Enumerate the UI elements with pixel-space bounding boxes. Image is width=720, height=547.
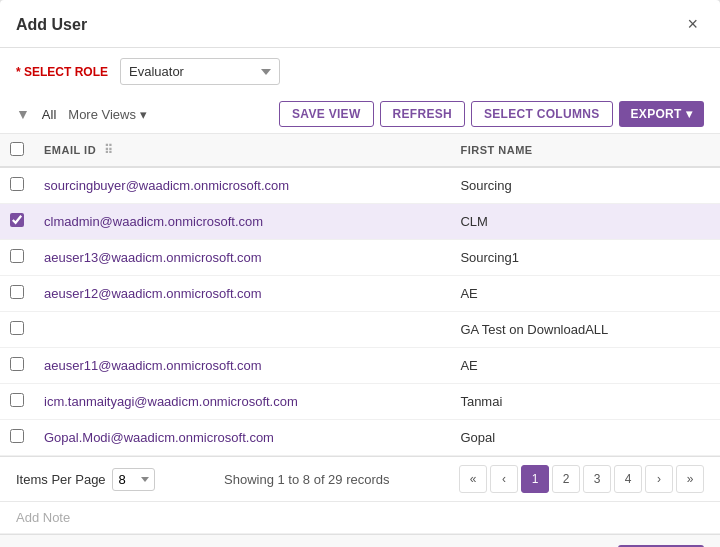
table-row: aeuser11@waadicm.onmicrosoft.comAE — [0, 348, 720, 384]
add-note-row: Add Note — [0, 502, 720, 534]
row-checkbox-cell — [0, 420, 34, 456]
row-firstname: GA Test on DownloadALL — [450, 312, 720, 348]
left-toolbar: ▼ All More Views ▾ — [16, 105, 147, 124]
email-link[interactable]: aeuser12@waadicm.onmicrosoft.com — [44, 286, 262, 301]
more-views-button[interactable]: More Views ▾ — [68, 107, 147, 122]
page-next-button[interactable]: › — [645, 465, 673, 493]
row-checkbox-cell — [0, 167, 34, 204]
items-per-page: Items Per Page 8 16 24 32 — [16, 468, 155, 491]
modal-header: Add User × — [0, 0, 720, 48]
select-columns-button[interactable]: SELECT COLUMNS — [471, 101, 613, 127]
row-checkbox[interactable] — [10, 393, 24, 407]
modal-footer: 1 selected Send Notification ADD — [0, 534, 720, 547]
row-checkbox-cell — [0, 276, 34, 312]
column-header-email: EMAIL ID ⠿ — [34, 134, 450, 167]
row-checkbox-cell — [0, 348, 34, 384]
row-firstname: CLM — [450, 204, 720, 240]
row-checkbox[interactable] — [10, 321, 24, 335]
table-row: icm.tanmaityagi@waadicm.onmicrosoft.comT… — [0, 384, 720, 420]
row-firstname: AE — [450, 348, 720, 384]
pagination-row: Items Per Page 8 16 24 32 Showing 1 to 8… — [0, 457, 720, 502]
row-email: sourcingbuyer@waadicm.onmicrosoft.com — [34, 167, 450, 204]
all-tab[interactable]: All — [38, 105, 60, 124]
page-first-button[interactable]: « — [459, 465, 487, 493]
select-all-checkbox[interactable] — [10, 142, 24, 156]
role-label: * SELECT ROLE — [16, 65, 108, 79]
row-checkbox-cell — [0, 384, 34, 420]
pagination-buttons: « ‹ 1 2 3 4 › » — [459, 465, 704, 493]
email-link[interactable]: Gopal.Modi@waadicm.onmicrosoft.com — [44, 430, 274, 445]
email-link[interactable]: sourcingbuyer@waadicm.onmicrosoft.com — [44, 178, 289, 193]
table-body: sourcingbuyer@waadicm.onmicrosoft.comSou… — [0, 167, 720, 456]
email-link[interactable]: aeuser13@waadicm.onmicrosoft.com — [44, 250, 262, 265]
table-row: GA Test on DownloadALL — [0, 312, 720, 348]
role-row: * SELECT ROLE Evaluator Admin Viewer — [0, 48, 720, 95]
row-email: icm.tanmaityagi@waadicm.onmicrosoft.com — [34, 384, 450, 420]
table-row: Gopal.Modi@waadicm.onmicrosoft.comGopal — [0, 420, 720, 456]
row-firstname: Sourcing1 — [450, 240, 720, 276]
column-header-checkbox — [0, 134, 34, 167]
row-email: aeuser12@waadicm.onmicrosoft.com — [34, 276, 450, 312]
save-view-button[interactable]: SAVE VIEW — [279, 101, 374, 127]
toolbar-row: ▼ All More Views ▾ SAVE VIEW REFRESH SEL… — [0, 95, 720, 134]
row-email: aeuser11@waadicm.onmicrosoft.com — [34, 348, 450, 384]
row-email: clmadmin@waadicm.onmicrosoft.com — [34, 204, 450, 240]
email-link[interactable]: aeuser11@waadicm.onmicrosoft.com — [44, 358, 262, 373]
row-email: Gopal.Modi@waadicm.onmicrosoft.com — [34, 420, 450, 456]
row-firstname: AE — [450, 276, 720, 312]
row-firstname: Gopal — [450, 420, 720, 456]
email-link[interactable]: icm.tanmaityagi@waadicm.onmicrosoft.com — [44, 394, 298, 409]
row-checkbox[interactable] — [10, 177, 24, 191]
row-checkbox[interactable] — [10, 285, 24, 299]
row-checkbox[interactable] — [10, 429, 24, 443]
row-checkbox-cell — [0, 240, 34, 276]
row-email — [34, 312, 450, 348]
table-row: clmadmin@waadicm.onmicrosoft.comCLM — [0, 204, 720, 240]
row-checkbox[interactable] — [10, 357, 24, 371]
table-row: aeuser12@waadicm.onmicrosoft.comAE — [0, 276, 720, 312]
page-size-select[interactable]: 8 16 24 32 — [112, 468, 155, 491]
page-last-button[interactable]: » — [676, 465, 704, 493]
row-firstname: Sourcing — [450, 167, 720, 204]
users-table: EMAIL ID ⠿ FIRST NAME sourcingbuyer@waad… — [0, 134, 720, 456]
role-select[interactable]: Evaluator Admin Viewer — [120, 58, 280, 85]
table-row: sourcingbuyer@waadicm.onmicrosoft.comSou… — [0, 167, 720, 204]
records-info: Showing 1 to 8 of 29 records — [224, 472, 390, 487]
export-button[interactable]: EXPORT ▾ — [619, 101, 704, 127]
modal-title: Add User — [16, 16, 87, 34]
row-email: aeuser13@waadicm.onmicrosoft.com — [34, 240, 450, 276]
row-checkbox[interactable] — [10, 249, 24, 263]
table-container: EMAIL ID ⠿ FIRST NAME sourcingbuyer@waad… — [0, 134, 720, 457]
filter-icon[interactable]: ▼ — [16, 106, 30, 122]
table-row: aeuser13@waadicm.onmicrosoft.comSourcing… — [0, 240, 720, 276]
refresh-button[interactable]: REFRESH — [380, 101, 465, 127]
page-prev-button[interactable]: ‹ — [490, 465, 518, 493]
row-checkbox-cell — [0, 312, 34, 348]
email-link[interactable]: clmadmin@waadicm.onmicrosoft.com — [44, 214, 263, 229]
chevron-down-icon: ▾ — [140, 107, 147, 122]
column-header-firstname: FIRST NAME — [450, 134, 720, 167]
export-dropdown-icon: ▾ — [686, 107, 692, 121]
row-firstname: Tanmai — [450, 384, 720, 420]
right-toolbar: SAVE VIEW REFRESH SELECT COLUMNS EXPORT … — [279, 101, 704, 127]
close-button[interactable]: × — [681, 12, 704, 37]
row-checkbox[interactable] — [10, 213, 24, 227]
page-2-button[interactable]: 2 — [552, 465, 580, 493]
sort-icon[interactable]: ⠿ — [104, 143, 114, 157]
modal: Add User × * SELECT ROLE Evaluator Admin… — [0, 0, 720, 547]
page-1-button[interactable]: 1 — [521, 465, 549, 493]
page-3-button[interactable]: 3 — [583, 465, 611, 493]
page-4-button[interactable]: 4 — [614, 465, 642, 493]
row-checkbox-cell — [0, 204, 34, 240]
